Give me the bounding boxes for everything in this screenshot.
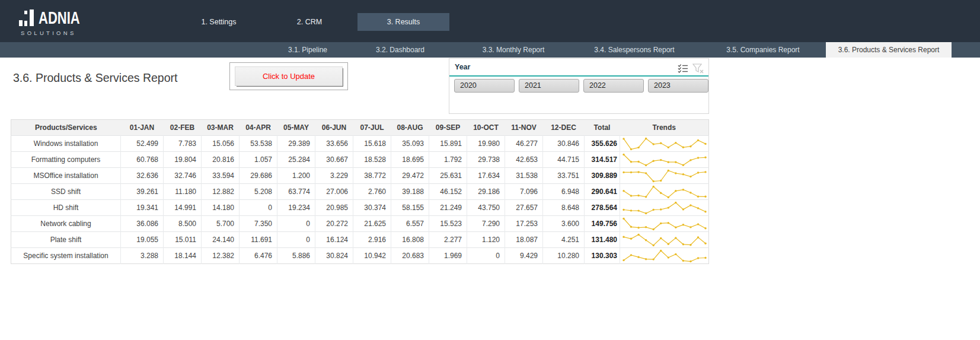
year-filter-2020[interactable]: 2020 xyxy=(454,79,515,93)
month-value: 6.557 xyxy=(391,216,429,232)
sub-nav-bar: 3.1. Pipeline3.2. Dashboard3.3. Monthly … xyxy=(0,42,980,58)
month-value: 32.746 xyxy=(164,168,202,184)
main-tab--crm[interactable]: 2. CRM xyxy=(264,13,356,31)
column-header-10-oct: 10-OCT xyxy=(467,120,505,136)
table-row: Network cabling36.0868.5005.7007.350020.… xyxy=(11,216,709,232)
month-value: 33.594 xyxy=(202,168,240,184)
month-value: 27.657 xyxy=(505,200,543,216)
table-row: Windows installation52.4997.78315.05653.… xyxy=(11,136,709,152)
month-value: 39.261 xyxy=(121,184,164,200)
column-header-11-nov: 11-NOV xyxy=(505,120,543,136)
update-button-frame: Click to Update xyxy=(229,62,348,90)
product-name: Specific system installation xyxy=(11,248,121,264)
row-total: 309.889 xyxy=(585,168,620,184)
month-value: 7.096 xyxy=(505,184,543,200)
year-filter-2021[interactable]: 2021 xyxy=(519,79,579,93)
month-value: 38.772 xyxy=(353,168,391,184)
column-header-08-aug: 08-AUG xyxy=(391,120,429,136)
month-value: 16.124 xyxy=(315,232,353,248)
month-value: 58.155 xyxy=(391,200,429,216)
row-total: 290.641 xyxy=(585,184,620,200)
month-value: 25.631 xyxy=(429,168,467,184)
product-name: Windows installation xyxy=(11,136,121,152)
month-value: 15.523 xyxy=(429,216,467,232)
product-name: HD shift xyxy=(11,200,121,216)
month-value: 0 xyxy=(467,248,505,264)
trend-sparkline xyxy=(620,168,709,184)
month-value: 29.472 xyxy=(391,168,429,184)
table-row: Specific system installation3.28818.1441… xyxy=(11,248,709,264)
column-header-05-may: 05-MAY xyxy=(277,120,315,136)
bar-chart-logo-icon xyxy=(19,9,35,26)
month-value: 15.056 xyxy=(202,136,240,152)
column-header-06-jun: 06-JUN xyxy=(315,120,353,136)
month-value: 9.429 xyxy=(505,248,543,264)
month-value: 46.277 xyxy=(505,136,543,152)
month-value: 36.086 xyxy=(121,216,164,232)
sub-tab-3-1-pipeline[interactable]: 3.1. Pipeline xyxy=(257,42,358,58)
month-value: 25.284 xyxy=(277,152,315,168)
month-value: 1.057 xyxy=(240,152,277,168)
page-title: 3.6. Products & Services Report xyxy=(13,71,177,85)
main-tab--results[interactable]: 3. Results xyxy=(357,13,449,31)
month-value: 11.691 xyxy=(240,232,277,248)
month-value: 0 xyxy=(240,200,277,216)
month-value: 32.636 xyxy=(121,168,164,184)
row-total: 355.626 xyxy=(585,136,620,152)
column-header-products-services: Products/Services xyxy=(11,120,121,136)
month-value: 8.500 xyxy=(164,216,202,232)
column-header-12-dec: 12-DEC xyxy=(543,120,585,136)
month-value: 2.916 xyxy=(353,232,391,248)
product-name: Formatting computers xyxy=(11,152,121,168)
sub-tab-3-3-monthly-report[interactable]: 3.3. Monthly Report xyxy=(459,42,569,58)
multi-select-icon[interactable] xyxy=(678,64,688,73)
month-value: 63.774 xyxy=(277,184,315,200)
month-value: 24.140 xyxy=(202,232,240,248)
month-value: 16.808 xyxy=(391,232,429,248)
trend-sparkline xyxy=(620,232,709,248)
column-header-07-jul: 07-JUL xyxy=(353,120,391,136)
month-value: 1.120 xyxy=(467,232,505,248)
sub-tab-3-2-dashboard[interactable]: 3.2. Dashboard xyxy=(350,42,451,58)
month-value: 20.272 xyxy=(315,216,353,232)
year-filter-2022[interactable]: 2022 xyxy=(583,79,644,93)
year-filter-2023[interactable]: 2023 xyxy=(648,79,708,93)
month-value: 1.969 xyxy=(429,248,467,264)
row-total: 131.480 xyxy=(585,232,620,248)
month-value: 18.087 xyxy=(505,232,543,248)
month-value: 3.288 xyxy=(121,248,164,264)
row-total: 278.564 xyxy=(585,200,620,216)
month-value: 2.277 xyxy=(429,232,467,248)
sub-tab-3-5-companies-report[interactable]: 3.5. Companies Report xyxy=(704,42,822,58)
month-value: 10.280 xyxy=(543,248,585,264)
clear-filter-icon[interactable] xyxy=(692,63,704,74)
main-tab--settings[interactable]: 1. Settings xyxy=(173,13,265,31)
column-header-trends: Trends xyxy=(620,120,709,136)
month-value: 60.768 xyxy=(121,152,164,168)
top-nav-bar: ADNIA SOLUTIONS 1. Settings2. CRM3. Resu… xyxy=(0,0,980,42)
month-value: 14.180 xyxy=(202,200,240,216)
month-value: 6.948 xyxy=(543,184,585,200)
month-value: 4.251 xyxy=(543,232,585,248)
column-header-04-apr: 04-APR xyxy=(240,120,277,136)
sub-tab-3-4-salespersons-report[interactable]: 3.4. Salespersons Report xyxy=(571,42,698,58)
product-name: SSD shift xyxy=(11,184,121,200)
column-header-03-mar: 03-MAR xyxy=(202,120,240,136)
month-value: 6.476 xyxy=(240,248,277,264)
month-value: 12.382 xyxy=(202,248,240,264)
month-value: 19.055 xyxy=(121,232,164,248)
sub-tab-3-6-products-services-report[interactable]: 3.6. Products & Services Report xyxy=(826,42,952,58)
click-to-update-button[interactable]: Click to Update xyxy=(235,66,343,86)
month-value: 52.499 xyxy=(121,136,164,152)
month-value: 29.389 xyxy=(277,136,315,152)
month-value: 15.011 xyxy=(164,232,202,248)
table-row: Plate shift19.05515.01124.14011.691016.1… xyxy=(11,232,709,248)
products-services-report-table: Products/Services01-JAN02-FEB03-MAR04-AP… xyxy=(11,119,709,264)
month-value: 5.700 xyxy=(202,216,240,232)
month-value: 18.144 xyxy=(164,248,202,264)
month-value: 46.152 xyxy=(429,184,467,200)
month-value: 7.350 xyxy=(240,216,277,232)
month-value: 1.200 xyxy=(277,168,315,184)
month-value: 15.618 xyxy=(353,136,391,152)
month-value: 3.600 xyxy=(543,216,585,232)
